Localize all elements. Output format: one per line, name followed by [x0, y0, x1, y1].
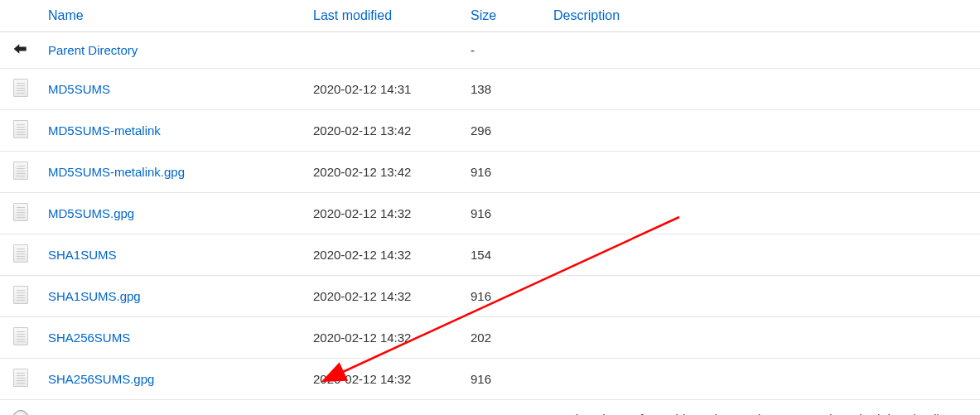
table-row: SHA1SUMS2020-02-12 14:32154	[0, 234, 980, 276]
table-row: MD5SUMS-metalink.gpg2020-02-12 13:42916	[0, 152, 980, 193]
description-value	[547, 193, 980, 234]
modified-value: 2020-02-12 14:32	[307, 276, 464, 317]
modified-value: 2020-02-12 14:31	[307, 69, 464, 110]
description-value	[547, 69, 980, 110]
disc-icon	[0, 400, 41, 416]
modified-value: 2020-02-12 14:32	[307, 193, 464, 234]
modified-value: 2020-02-12 13:42	[307, 152, 464, 193]
table-row: SHA256SUMS2020-02-12 14:32202	[0, 317, 980, 359]
header-row: Name Last modified Size Description	[0, 0, 980, 32]
sort-name-link[interactable]: Name	[48, 8, 84, 22]
table-row: ubuntu-18.04.4-desktop-amd64.iso2020-02-…	[0, 400, 980, 416]
sort-description-link[interactable]: Description	[553, 8, 620, 22]
table-row: MD5SUMS.gpg2020-02-12 14:32916	[0, 193, 980, 234]
size-value: -	[464, 32, 547, 69]
file-link[interactable]: MD5SUMS-metalink	[48, 123, 161, 138]
file-listing-table: Name Last modified Size Description Pare…	[0, 0, 980, 415]
description-value: Desktop image for 64-bit PC (AMD64) comp…	[547, 400, 980, 416]
description-value	[547, 276, 980, 317]
size-value: 296	[464, 110, 547, 152]
description-value	[547, 234, 980, 276]
file-icon	[0, 110, 41, 152]
table-row: Parent Directory-	[0, 32, 980, 69]
file-icon	[0, 152, 41, 193]
file-link[interactable]: SHA256SUMS	[48, 331, 130, 345]
file-link[interactable]: SHA256SUMS.gpg	[48, 372, 154, 386]
table-row: MD5SUMS-metalink2020-02-12 13:42296	[0, 110, 980, 152]
description-value	[547, 110, 980, 152]
size-value: 916	[464, 193, 547, 234]
file-link[interactable]: MD5SUMS	[48, 82, 110, 96]
sort-modified-link[interactable]: Last modified	[313, 8, 392, 22]
file-link[interactable]: SHA1SUMS.gpg	[48, 289, 141, 303]
size-value: 916	[464, 152, 547, 193]
table-row: SHA256SUMS.gpg2020-02-12 14:32916	[0, 359, 980, 400]
file-link[interactable]: MD5SUMS.gpg	[48, 206, 134, 220]
modified-value: 2020-02-12 14:32	[307, 234, 464, 276]
file-link[interactable]: MD5SUMS-metalink.gpg	[48, 165, 185, 179]
sort-size-link[interactable]: Size	[471, 8, 496, 22]
description-value	[547, 359, 980, 400]
file-icon	[0, 359, 41, 400]
size-value: 2.0G	[464, 400, 547, 416]
size-value: 154	[464, 234, 547, 276]
description-value	[547, 32, 980, 69]
modified-value: 2020-02-12 13:42	[307, 110, 464, 152]
file-link[interactable]: Parent Directory	[48, 43, 138, 57]
file-link[interactable]: SHA1SUMS	[48, 248, 117, 262]
table-row: SHA1SUMS.gpg2020-02-12 14:32916	[0, 276, 980, 317]
modified-value: 2020-02-03 18:40	[307, 400, 464, 416]
file-icon	[0, 317, 41, 359]
description-value	[547, 317, 980, 359]
description-value	[547, 152, 980, 193]
file-icon	[0, 234, 41, 276]
file-icon	[0, 193, 41, 234]
file-icon	[0, 69, 41, 110]
modified-value	[307, 32, 464, 69]
modified-value: 2020-02-12 14:32	[307, 359, 464, 400]
modified-value: 2020-02-12 14:32	[307, 317, 464, 359]
file-icon	[0, 276, 41, 317]
size-value: 202	[464, 317, 547, 359]
size-value: 138	[464, 69, 547, 110]
size-value: 916	[464, 276, 547, 317]
table-row: MD5SUMS2020-02-12 14:31138	[0, 69, 980, 110]
back-icon	[0, 32, 41, 69]
size-value: 916	[464, 359, 547, 400]
